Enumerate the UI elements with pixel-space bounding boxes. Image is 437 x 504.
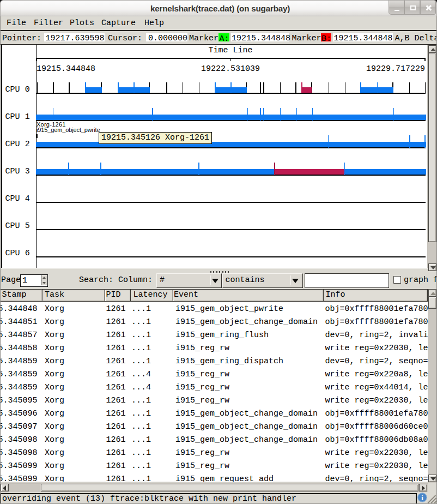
svg-text:i: i [421, 494, 423, 502]
